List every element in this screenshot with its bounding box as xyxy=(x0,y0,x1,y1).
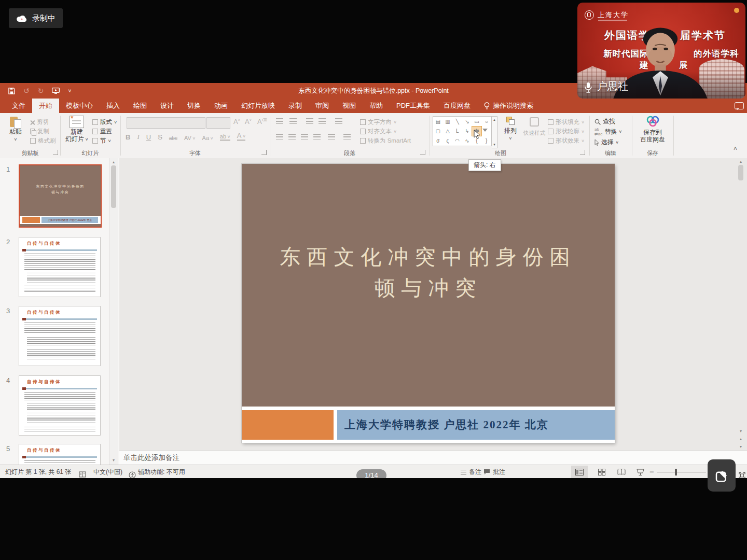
shapes-gallery[interactable]: ▤ ▥ ╲ ↘ ▭ ○ ▢ △ L ↳ σ ς ◠ ∿ { xyxy=(433,116,492,146)
comments-icon[interactable] xyxy=(735,102,744,109)
drawing-dialog-launcher[interactable] xyxy=(580,150,585,155)
tab-insert[interactable]: 插入 xyxy=(100,99,127,113)
speaker-video-window[interactable]: 上海大学 外国语学院 届学术节 新时代国际传 的外语学科 建 展 xyxy=(577,3,745,99)
shape-arrow-down[interactable] xyxy=(481,127,491,136)
find-button[interactable]: 查找 xyxy=(594,117,615,126)
font-size-combobox[interactable] xyxy=(206,117,230,129)
character-spacing-button[interactable]: AV ˅ xyxy=(184,135,196,141)
comments-toggle[interactable]: 批注 xyxy=(483,465,505,479)
tab-pdf-tools[interactable]: PDF工具集 xyxy=(390,99,437,113)
language-indicator[interactable]: 中文(中国) xyxy=(93,465,122,479)
slideshow-view-button[interactable] xyxy=(632,466,648,478)
shape-vertical-text-box[interactable]: ▥ xyxy=(443,117,453,127)
notes-pane[interactable]: 单击此处添加备注 xyxy=(119,450,747,465)
thumbnail-slide-2[interactable]: 自传与自传体 xyxy=(19,237,101,297)
slide-title-textbox[interactable]: 东西文化冲突中的身份困顿与冲突 xyxy=(242,242,615,304)
editor-scrollbar[interactable]: ▴ ▾ ▴ ▾ xyxy=(737,158,745,450)
tab-template-center[interactable]: 模板中心 xyxy=(59,99,100,113)
zoom-slider-thumb[interactable] xyxy=(675,469,677,475)
shape-arrow-line[interactable]: ↘ xyxy=(462,117,472,127)
scrollbar-thumb[interactable] xyxy=(738,165,743,180)
layout-button[interactable]: 版式˅ xyxy=(92,118,117,126)
scroll-up-icon[interactable]: ▴ xyxy=(737,159,745,164)
reading-view-button[interactable] xyxy=(613,466,630,478)
cut-button[interactable]: 剪切 xyxy=(30,118,49,126)
shape-elbow-connector[interactable]: L xyxy=(452,127,462,136)
save-to-baidu-netdisk-button[interactable]: 保存到 百度网盘 xyxy=(637,116,668,143)
next-slide-icon[interactable]: ▾ xyxy=(737,444,745,449)
thumbnail-slide-3[interactable]: 自传与自传体 xyxy=(19,306,101,366)
tab-review[interactable]: 审阅 xyxy=(309,99,336,113)
text-direction-button[interactable]: 文字方向˅ xyxy=(360,118,396,126)
thumbnail-slide-5[interactable]: 自传与自传体 xyxy=(19,444,101,465)
tab-transitions[interactable]: 切换 xyxy=(181,99,208,113)
clear-formatting-button[interactable]: A⌫ xyxy=(257,118,267,125)
notes-toggle[interactable]: 备注 xyxy=(461,465,481,479)
shape-rectangle[interactable]: ▭ xyxy=(472,117,482,127)
shape-freeform[interactable]: σ xyxy=(433,136,443,146)
quick-styles-button[interactable]: 快速样式 xyxy=(522,116,547,136)
shrink-font-button[interactable]: A˅ xyxy=(245,118,252,125)
zoom-slider-track[interactable] xyxy=(657,472,706,472)
font-name-combobox[interactable] xyxy=(127,117,205,129)
strikethrough-button[interactable]: S xyxy=(158,133,162,141)
justify-icon[interactable] xyxy=(313,134,321,139)
slide-footer-orange-block[interactable] xyxy=(242,410,334,440)
shape-text-box[interactable]: ▤ xyxy=(433,117,443,127)
shape-oval[interactable]: ○ xyxy=(481,117,491,127)
clipboard-dialog-launcher[interactable] xyxy=(53,150,58,155)
thumbnail-scrollbar[interactable]: ▴ ▾ xyxy=(109,158,118,465)
tab-baidu-netdisk[interactable]: 百度网盘 xyxy=(437,99,477,113)
shape-rounded-rectangle[interactable]: ▢ xyxy=(433,127,443,136)
undo-icon[interactable]: ↺ xyxy=(23,87,30,95)
paste-button[interactable]: 粘贴˅ xyxy=(4,116,27,143)
slide-canvas[interactable]: 东西文化冲突中的身份困顿与冲突 上海大学特聘教授 户思社 2022年 北京 xyxy=(242,164,615,443)
shape-brace-right[interactable]: } xyxy=(481,136,491,146)
increase-indent-icon[interactable] xyxy=(319,118,326,124)
slide-footer-blue-block[interactable]: 上海大学特聘教授 户思社 2022年 北京 xyxy=(337,410,615,440)
columns-icon[interactable] xyxy=(328,134,335,139)
line-spacing-icon[interactable] xyxy=(335,118,342,124)
tab-help[interactable]: 帮助 xyxy=(363,99,390,113)
shape-arc[interactable]: ◠ xyxy=(452,136,462,146)
highlight-color-button[interactable]: ab ˅ xyxy=(220,133,230,141)
annotate-button[interactable] xyxy=(708,459,736,492)
shape-elbow-arrow-connector[interactable]: ↳ xyxy=(462,127,472,136)
tab-home[interactable]: 开始 xyxy=(32,99,59,113)
align-center-icon[interactable] xyxy=(288,134,296,139)
thumbnail-slide-1[interactable]: 东西文化冲突中的身份困顿与冲突 上海大学特聘教授 户思社 2022年 北京 xyxy=(19,164,102,228)
align-left-icon[interactable] xyxy=(276,134,283,139)
align-text-button[interactable]: 对齐文本˅ xyxy=(360,128,396,135)
reset-button[interactable]: 重置 xyxy=(92,128,112,135)
scroll-down-icon[interactable]: ▾ xyxy=(737,429,745,433)
start-slideshow-icon[interactable] xyxy=(52,88,60,94)
qat-customize-icon[interactable]: ˅ xyxy=(68,88,71,94)
grow-font-button[interactable]: A˄ xyxy=(233,118,240,125)
convert-smartart-button[interactable]: 转换为 SmartArt xyxy=(360,137,411,145)
scrollbar-thumb[interactable] xyxy=(111,165,116,208)
shape-curve[interactable]: ∿ xyxy=(462,136,472,146)
tell-me-search[interactable]: 操作说明搜索 xyxy=(477,99,540,113)
thumbnail-slide-4[interactable]: 自传与自传体 xyxy=(19,375,101,436)
slide-sorter-view-button[interactable] xyxy=(593,466,610,478)
align-options-icon[interactable] xyxy=(343,134,351,139)
paragraph-dialog-launcher[interactable] xyxy=(420,150,425,155)
collapse-ribbon-icon[interactable]: ˄ xyxy=(734,145,737,152)
tab-record[interactable]: 录制 xyxy=(282,99,309,113)
save-icon[interactable] xyxy=(8,88,15,94)
tab-design[interactable]: 设计 xyxy=(154,99,181,113)
select-button[interactable]: 选择˅ xyxy=(594,138,618,147)
bullets-icon[interactable] xyxy=(276,118,283,124)
tab-view[interactable]: 视图 xyxy=(336,99,363,113)
scroll-down-icon[interactable]: ▾ xyxy=(109,458,118,463)
tab-draw[interactable]: 绘图 xyxy=(127,99,154,113)
underline-button[interactable]: U xyxy=(146,133,151,141)
decrease-indent-icon[interactable] xyxy=(306,118,313,124)
zoom-out-button[interactable]: − xyxy=(649,465,654,479)
align-right-icon[interactable] xyxy=(301,134,308,139)
shape-fill-button[interactable]: 形状填充˅ xyxy=(548,118,584,126)
format-painter-button[interactable]: 格式刷 xyxy=(30,137,56,145)
previous-slide-icon[interactable]: ▴ xyxy=(737,437,745,441)
tab-slide-show[interactable]: 幻灯片放映 xyxy=(234,99,282,113)
tab-animations[interactable]: 动画 xyxy=(208,99,234,113)
